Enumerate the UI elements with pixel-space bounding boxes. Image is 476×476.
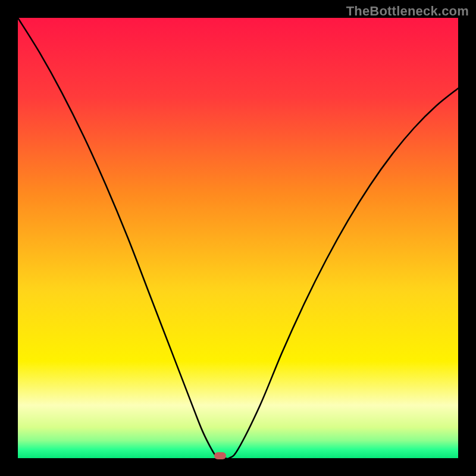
optimal-marker: [214, 452, 226, 459]
watermark-text: TheBottleneck.com: [346, 4, 469, 19]
chart-frame: TheBottleneck.com: [0, 0, 476, 476]
curve-svg: [18, 18, 458, 458]
bottleneck-curve: [18, 18, 458, 459]
plot-area: [18, 18, 458, 458]
